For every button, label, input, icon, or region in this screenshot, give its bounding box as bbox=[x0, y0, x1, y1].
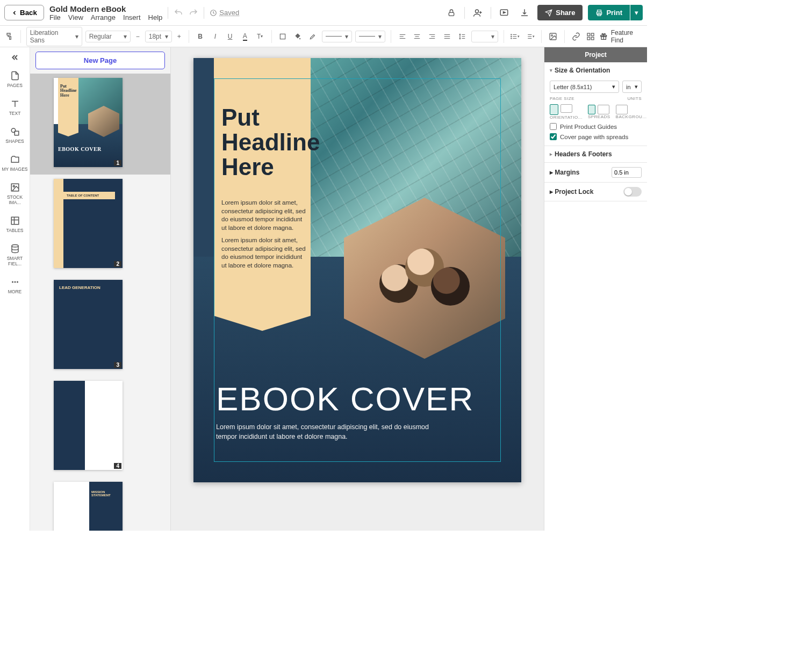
align-left-icon[interactable] bbox=[397, 30, 408, 43]
body-paragraph-2[interactable]: Lorem ipsum dolor sit amet, consectetur … bbox=[221, 236, 307, 270]
print-guides-input[interactable] bbox=[550, 123, 557, 130]
margins-title[interactable]: ▸ Margins bbox=[550, 169, 579, 176]
download-icon[interactable] bbox=[517, 5, 532, 20]
orientation-portrait[interactable] bbox=[550, 104, 558, 115]
table-icon bbox=[10, 216, 20, 226]
line-spacing-icon[interactable] bbox=[456, 30, 468, 43]
folder-icon bbox=[10, 155, 20, 164]
align-right-icon[interactable] bbox=[426, 30, 438, 43]
fill-border-icon[interactable] bbox=[277, 30, 289, 43]
italic-icon[interactable]: I bbox=[209, 30, 221, 43]
orientation-label: ORIENTATIO... bbox=[550, 115, 583, 120]
headline-banner[interactable] bbox=[214, 58, 311, 316]
rail-text[interactable]: TEXT bbox=[0, 93, 30, 121]
font-increase[interactable]: + bbox=[175, 33, 183, 40]
back-button[interactable]: Back bbox=[4, 5, 44, 20]
units-label: UNITS bbox=[628, 96, 642, 101]
font-color-icon[interactable]: A bbox=[239, 30, 251, 43]
page-thumbnail-2[interactable]: TABLE OF CONTENT2 bbox=[30, 175, 170, 276]
spacing-select[interactable]: ▾ bbox=[471, 31, 498, 42]
collapse-panel-icon[interactable] bbox=[0, 49, 30, 66]
page-thumbnail-5[interactable]: MISSION STATEMENTCONCLUSION bbox=[30, 477, 170, 531]
cover-spreads-checkbox[interactable]: Cover page with spreads bbox=[550, 133, 642, 140]
components-icon[interactable] bbox=[585, 30, 597, 43]
chevron-left-icon bbox=[11, 10, 18, 16]
link-icon[interactable] bbox=[570, 30, 582, 43]
units-select[interactable]: in▾ bbox=[622, 81, 642, 93]
share-button[interactable]: Share bbox=[537, 5, 583, 20]
gift-icon bbox=[600, 32, 607, 41]
add-user-icon[interactable] bbox=[470, 5, 485, 20]
orientation-landscape[interactable] bbox=[561, 104, 572, 113]
document-title[interactable]: Gold Modern eBook bbox=[49, 4, 162, 13]
rail-tables-label: TABLES bbox=[6, 228, 24, 233]
canvas-area[interactable]: Put Headline Here Lorem ipsum dolor sit … bbox=[171, 47, 544, 531]
section-size-orientation: Size & Orientation Letter (8.5x11)▾ in▾ … bbox=[544, 62, 647, 146]
page-size-select[interactable]: Letter (8.5x11)▾ bbox=[550, 81, 619, 93]
thumb4-num: 4 bbox=[114, 463, 121, 469]
format-painter-icon[interactable] bbox=[3, 30, 15, 43]
bold-icon[interactable]: B bbox=[195, 30, 206, 43]
page-thumbnail-1[interactable]: Put Headline HereEBOOK COVER1 bbox=[30, 74, 170, 175]
rail-pages[interactable]: PAGES bbox=[0, 66, 30, 93]
background-option[interactable] bbox=[616, 105, 628, 114]
rail-my-images[interactable]: MY IMAGES bbox=[0, 149, 30, 177]
rail-stock-images[interactable]: STOCK IMA... bbox=[0, 177, 30, 211]
highlight-icon[interactable] bbox=[307, 30, 319, 43]
print-button[interactable]: Print bbox=[588, 5, 630, 20]
rail-tables[interactable]: TABLES bbox=[0, 211, 30, 238]
headline-text[interactable]: Put Headline Here bbox=[221, 105, 320, 180]
menu-view[interactable]: View bbox=[68, 13, 83, 21]
lock-icon[interactable] bbox=[444, 5, 459, 20]
align-center-icon[interactable] bbox=[411, 30, 423, 43]
font-size-select[interactable]: 18pt▾ bbox=[145, 31, 172, 42]
save-status[interactable]: Saved bbox=[210, 9, 239, 17]
menu-insert[interactable]: Insert bbox=[123, 13, 141, 21]
cover-spreads-input[interactable] bbox=[550, 133, 557, 140]
ebook-subtitle[interactable]: Lorem ipsum dolor sit amet, consectetur … bbox=[216, 423, 431, 441]
print-dropdown[interactable]: ▾ bbox=[630, 5, 643, 20]
text-icon bbox=[10, 99, 20, 108]
text-more-icon[interactable]: T▾ bbox=[254, 30, 266, 43]
line-weight-select[interactable]: ▾ bbox=[355, 31, 385, 42]
page-canvas[interactable]: Put Headline Here Lorem ipsum dolor sit … bbox=[193, 58, 521, 482]
menu-arrange[interactable]: Arrange bbox=[91, 13, 116, 21]
redo-icon[interactable] bbox=[189, 8, 198, 18]
align-justify-icon[interactable] bbox=[441, 30, 453, 43]
present-icon[interactable] bbox=[497, 5, 512, 20]
project-lock-toggle[interactable] bbox=[623, 187, 642, 197]
feature-find-button[interactable]: Feature Find bbox=[600, 29, 644, 44]
rail-smart-fields[interactable]: SMART FIEL... bbox=[0, 238, 30, 272]
pages-panel: New Page Put Headline HereEBOOK COVER1 T… bbox=[30, 47, 171, 531]
font-weight-select[interactable]: Regular▾ bbox=[85, 31, 131, 42]
underline-icon[interactable]: U bbox=[224, 30, 236, 43]
margins-input[interactable] bbox=[612, 167, 642, 178]
line-style-select[interactable]: ▾ bbox=[322, 31, 352, 42]
body-paragraph-1[interactable]: Lorem ipsum dolor sit amet, consectetur … bbox=[221, 199, 307, 232]
page-thumbnail-4[interactable]: 4 bbox=[30, 377, 170, 477]
spreads-single[interactable] bbox=[588, 105, 595, 114]
print-guides-checkbox[interactable]: Print Product Guides bbox=[550, 123, 642, 130]
ebook-title[interactable]: EBOOK COVER bbox=[216, 380, 474, 418]
undo-icon[interactable] bbox=[174, 8, 183, 18]
font-weight-value: Regular bbox=[89, 33, 112, 40]
project-lock-title[interactable]: ▸ Project Lock bbox=[550, 188, 593, 196]
new-page-button[interactable]: New Page bbox=[35, 52, 165, 69]
svg-rect-8 bbox=[281, 34, 285, 39]
font-decrease[interactable]: − bbox=[134, 33, 142, 40]
font-family-select[interactable]: Liberation Sans▾ bbox=[26, 27, 82, 46]
rail-shapes[interactable]: SHAPES bbox=[0, 121, 30, 149]
number-list-icon[interactable]: ▾ bbox=[524, 30, 536, 43]
page-thumbnail-3[interactable]: LEAD GENERATION3 bbox=[30, 276, 170, 377]
headers-footers-title[interactable]: Headers & Footers bbox=[544, 146, 647, 162]
insert-image-icon[interactable] bbox=[547, 30, 559, 43]
menu-help[interactable]: Help bbox=[148, 13, 163, 21]
bucket-icon[interactable] bbox=[292, 30, 304, 43]
title-block: Gold Modern eBook File View Arrange Inse… bbox=[49, 4, 162, 21]
saved-label: Saved bbox=[219, 9, 239, 17]
bullet-list-icon[interactable]: ▾ bbox=[509, 30, 521, 43]
spreads-double[interactable] bbox=[598, 105, 609, 114]
menu-file[interactable]: File bbox=[49, 13, 61, 21]
section-size-title[interactable]: Size & Orientation bbox=[544, 62, 647, 78]
rail-more[interactable]: MORE bbox=[0, 272, 30, 300]
